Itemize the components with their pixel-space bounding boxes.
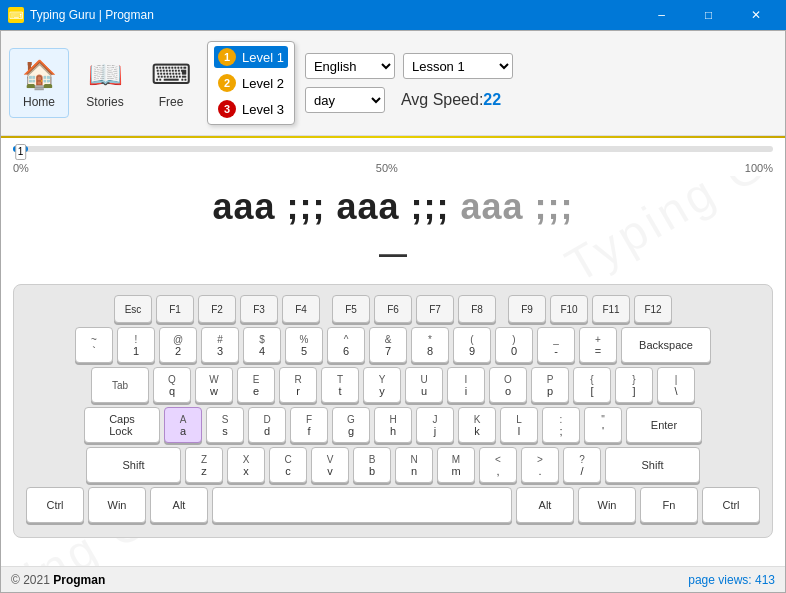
- key-f[interactable]: Ff: [290, 407, 328, 443]
- key-n[interactable]: Nn: [395, 447, 433, 483]
- key-space[interactable]: [212, 487, 512, 523]
- key-g[interactable]: Gg: [332, 407, 370, 443]
- avg-speed-label: Avg Speed:: [401, 91, 483, 108]
- key-y[interactable]: Yy: [363, 367, 401, 403]
- key-a[interactable]: Aa: [164, 407, 202, 443]
- key-i[interactable]: Ii: [447, 367, 485, 403]
- home-button[interactable]: 🏠 Home: [9, 48, 69, 118]
- minimize-button[interactable]: –: [639, 0, 684, 30]
- lesson-select[interactable]: Lesson 1 Lesson 2 Lesson 3: [403, 53, 513, 79]
- key-w[interactable]: Ww: [195, 367, 233, 403]
- key-s[interactable]: Ss: [206, 407, 244, 443]
- key-h[interactable]: Hh: [374, 407, 412, 443]
- key-alt-right[interactable]: Alt: [516, 487, 574, 523]
- key-backspace[interactable]: Backspace: [621, 327, 711, 363]
- key-b[interactable]: Bb: [353, 447, 391, 483]
- key-t[interactable]: Tt: [321, 367, 359, 403]
- key-c[interactable]: Cc: [269, 447, 307, 483]
- home-icon: 🏠: [22, 58, 57, 91]
- key-f10[interactable]: F10: [550, 295, 588, 323]
- key-esc[interactable]: Esc: [114, 295, 152, 323]
- level-2-badge: 2: [218, 74, 236, 92]
- key-j[interactable]: Jj: [416, 407, 454, 443]
- progress-bar-container[interactable]: 1: [13, 146, 773, 160]
- key-f5[interactable]: F5: [332, 295, 370, 323]
- key-e[interactable]: Ee: [237, 367, 275, 403]
- key-0[interactable]: )0: [495, 327, 533, 363]
- key-v[interactable]: Vv: [311, 447, 349, 483]
- key-f1[interactable]: F1: [156, 295, 194, 323]
- key-tab[interactable]: Tab: [91, 367, 149, 403]
- key-shift-right[interactable]: Shift: [605, 447, 700, 483]
- key-2[interactable]: @2: [159, 327, 197, 363]
- key-f4[interactable]: F4: [282, 295, 320, 323]
- key-minus[interactable]: _-: [537, 327, 575, 363]
- key-u[interactable]: Uu: [405, 367, 443, 403]
- key-9[interactable]: (9: [453, 327, 491, 363]
- key-5[interactable]: %5: [285, 327, 323, 363]
- key-q[interactable]: Qq: [153, 367, 191, 403]
- key-f11[interactable]: F11: [592, 295, 630, 323]
- key-slash[interactable]: ?/: [563, 447, 601, 483]
- key-1[interactable]: !1: [117, 327, 155, 363]
- key-3[interactable]: #3: [201, 327, 239, 363]
- key-fn[interactable]: Fn: [640, 487, 698, 523]
- key-p[interactable]: Pp: [531, 367, 569, 403]
- key-alt-left[interactable]: Alt: [150, 487, 208, 523]
- key-win-right[interactable]: Win: [578, 487, 636, 523]
- bottom-selects-row: day night time Avg Speed:22: [305, 87, 513, 113]
- level-2-item[interactable]: 2 Level 2: [214, 72, 288, 94]
- key-f6[interactable]: F6: [374, 295, 412, 323]
- word-select[interactable]: day night time: [305, 87, 385, 113]
- key-4[interactable]: $4: [243, 327, 281, 363]
- key-quote[interactable]: "': [584, 407, 622, 443]
- key-equals[interactable]: +=: [579, 327, 617, 363]
- close-button[interactable]: ✕: [733, 0, 778, 30]
- key-comma[interactable]: <,: [479, 447, 517, 483]
- level-2-label: Level 2: [242, 76, 284, 91]
- key-backtick[interactable]: ~`: [75, 327, 113, 363]
- key-win-left[interactable]: Win: [88, 487, 146, 523]
- key-rbracket[interactable]: }]: [615, 367, 653, 403]
- key-8[interactable]: *8: [411, 327, 449, 363]
- key-l[interactable]: Ll: [500, 407, 538, 443]
- level-1-item[interactable]: 1 Level 1: [214, 46, 288, 68]
- free-icon: ⌨: [151, 58, 191, 91]
- key-6[interactable]: ^6: [327, 327, 365, 363]
- key-k[interactable]: Kk: [458, 407, 496, 443]
- stories-button[interactable]: 📖 Stories: [75, 48, 135, 118]
- level-1-badge: 1: [218, 48, 236, 66]
- key-enter[interactable]: Enter: [626, 407, 702, 443]
- key-f12[interactable]: F12: [634, 295, 672, 323]
- stories-icon: 📖: [88, 58, 123, 91]
- key-m[interactable]: Mm: [437, 447, 475, 483]
- number-row: ~` !1 @2 #3 $4 %5 ^6 &7 *8 (9 )0 _- += B…: [26, 327, 760, 363]
- level-3-item[interactable]: 3 Level 3: [214, 98, 288, 120]
- key-f3[interactable]: F3: [240, 295, 278, 323]
- key-shift-left[interactable]: Shift: [86, 447, 181, 483]
- language-select[interactable]: English Spanish French: [305, 53, 395, 79]
- key-f9[interactable]: F9: [508, 295, 546, 323]
- typing-display: aaa ;;; aaa ;;; aaa ;;;: [212, 186, 573, 228]
- window-controls: – □ ✕: [639, 0, 778, 30]
- progress-track: [13, 146, 773, 152]
- key-d[interactable]: Dd: [248, 407, 286, 443]
- key-x[interactable]: Xx: [227, 447, 265, 483]
- key-period[interactable]: >.: [521, 447, 559, 483]
- key-lbracket[interactable]: {[: [573, 367, 611, 403]
- maximize-button[interactable]: □: [686, 0, 731, 30]
- key-7[interactable]: &7: [369, 327, 407, 363]
- key-f8[interactable]: F8: [458, 295, 496, 323]
- key-f7[interactable]: F7: [416, 295, 454, 323]
- free-button[interactable]: ⌨ Free: [141, 48, 201, 118]
- key-f2[interactable]: F2: [198, 295, 236, 323]
- key-r[interactable]: Rr: [279, 367, 317, 403]
- key-ctrl-right[interactable]: Ctrl: [702, 487, 760, 523]
- key-capslock[interactable]: CapsLock: [84, 407, 160, 443]
- key-o[interactable]: Oo: [489, 367, 527, 403]
- key-semicolon[interactable]: :;: [542, 407, 580, 443]
- key-backslash[interactable]: |\: [657, 367, 695, 403]
- key-z[interactable]: Zz: [185, 447, 223, 483]
- key-ctrl-left[interactable]: Ctrl: [26, 487, 84, 523]
- level-group: 1 Level 1 2 Level 2 3 Level 3: [207, 41, 295, 125]
